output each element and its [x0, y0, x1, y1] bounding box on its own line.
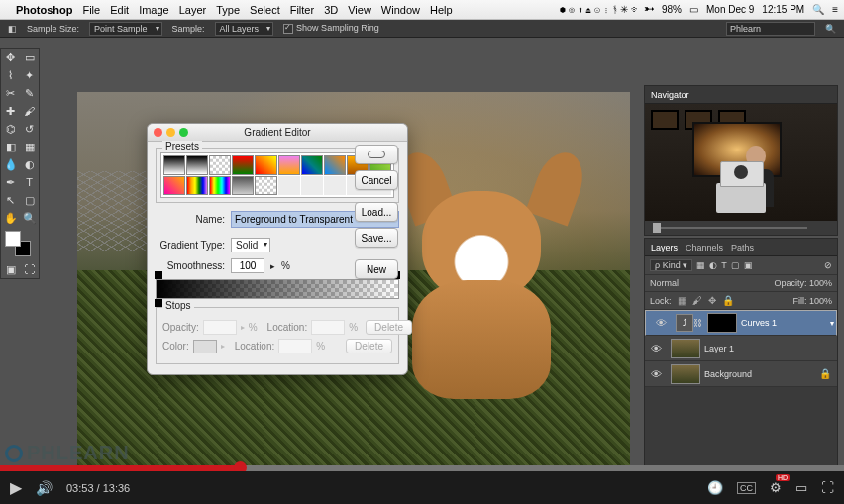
layers-empty-area[interactable]	[645, 387, 837, 476]
visibility-icon[interactable]: 👁	[645, 343, 667, 354]
color-swatches[interactable]	[1, 227, 39, 260]
fullscreen-icon[interactable]: ⛶	[821, 480, 834, 495]
volume-icon[interactable]: 🔊	[36, 480, 53, 496]
layer-thumb[interactable]	[671, 339, 700, 358]
healing-tool[interactable]: ✚	[1, 102, 20, 120]
preset-swatch[interactable]	[163, 155, 185, 175]
layer-filter-kind[interactable]: ρ Kind ▾	[650, 259, 692, 271]
settings-icon[interactable]: ⚙	[770, 480, 782, 495]
shape-tool[interactable]: ▢	[20, 191, 39, 209]
search-icon[interactable]: 🔍	[825, 24, 836, 34]
visibility-icon[interactable]: 👁	[650, 317, 672, 329]
visibility-icon[interactable]: 👁	[645, 368, 667, 380]
quickmask-tool[interactable]: ▣	[1, 260, 20, 278]
dialog-titlebar[interactable]: Gradient Editor	[148, 124, 407, 142]
preset-swatch[interactable]	[255, 176, 276, 196]
workspace-search[interactable]	[726, 22, 815, 36]
layer-background[interactable]: 👁 Background 🔒	[645, 361, 837, 387]
screenmode-tool[interactable]: ⛶	[20, 260, 39, 278]
sample-dropdown[interactable]: All Layers	[215, 22, 274, 36]
layer-mask-thumb[interactable]	[707, 313, 737, 333]
pen-tool[interactable]: ✒	[1, 173, 20, 191]
filter-type-icon[interactable]: T	[721, 260, 727, 270]
tool-preset-icon[interactable]: ◧	[8, 24, 17, 34]
preset-swatch[interactable]	[324, 176, 346, 196]
spotlight-icon[interactable]: 🔍	[812, 4, 824, 15]
layer-curves[interactable]: 👁 ⤴ ⛓ Curves 1	[645, 310, 837, 336]
marquee-tool[interactable]: ▭	[20, 49, 39, 66]
history-brush-tool[interactable]: ↺	[20, 120, 39, 138]
app-name[interactable]: Photoshop	[16, 4, 72, 16]
menu-window[interactable]: Window	[381, 4, 420, 16]
menu-layer[interactable]: Layer	[179, 4, 207, 16]
smoothness-input[interactable]	[231, 258, 264, 273]
sample-size-dropdown[interactable]: Point Sample	[89, 22, 162, 36]
gradient-tool[interactable]: ▦	[20, 138, 39, 155]
eyedropper-tool[interactable]: ✎	[20, 84, 39, 102]
channels-tab[interactable]: Channels	[686, 243, 723, 252]
preset-swatch[interactable]	[209, 176, 231, 196]
preset-swatch[interactable]	[278, 155, 300, 175]
menu-image[interactable]: Image	[139, 4, 169, 16]
cancel-button[interactable]: Cancel	[355, 170, 398, 190]
menubar-status-icons[interactable]: ⬢ ◎ ⬆ ⏏ ⊙ ⋮ ᚬ ✳ ᯤ ➵	[560, 4, 654, 15]
show-sampling-checkbox[interactable]	[283, 24, 293, 34]
crop-tool[interactable]: ✂	[1, 84, 20, 102]
lock-trans-icon[interactable]: ▦	[678, 295, 686, 306]
dodge-tool[interactable]: ◐	[20, 155, 39, 173]
paths-tab[interactable]: Paths	[731, 243, 754, 252]
theater-icon[interactable]: ▭	[795, 480, 807, 495]
move-tool[interactable]: ✥	[1, 49, 20, 66]
navigator-tab[interactable]: Navigator	[651, 90, 689, 100]
menu-icon[interactable]: ≡	[832, 4, 838, 15]
blend-mode-select[interactable]: Normal	[650, 278, 709, 288]
eraser-tool[interactable]: ◧	[1, 138, 20, 155]
menu-3d[interactable]: 3D	[324, 4, 338, 16]
lock-pos-icon[interactable]: ✥	[708, 295, 716, 306]
zoom-tool[interactable]: 🔍	[20, 209, 39, 227]
filter-pixel-icon[interactable]: ▦	[696, 260, 705, 270]
wand-tool[interactable]: ✦	[20, 66, 39, 84]
layer-opacity-input[interactable]: 100%	[809, 278, 832, 288]
watch-later-icon[interactable]: 🕘	[707, 480, 723, 495]
menu-file[interactable]: File	[82, 4, 100, 16]
preset-swatch[interactable]	[186, 155, 208, 175]
preset-swatch[interactable]	[255, 155, 276, 175]
preset-swatch[interactable]	[209, 155, 231, 175]
preset-swatch[interactable]	[232, 176, 254, 196]
save-button[interactable]: Save...	[355, 228, 398, 248]
link-icon[interactable]: ⛓	[693, 318, 703, 328]
filter-adj-icon[interactable]: ◐	[709, 260, 717, 270]
lock-pixels-icon[interactable]: 🖌	[692, 295, 702, 306]
layer-1[interactable]: 👁 Layer 1	[645, 336, 837, 361]
zoom-icon[interactable]	[179, 128, 188, 137]
gradient-bar[interactable]	[156, 279, 399, 299]
menu-select[interactable]: Select	[250, 4, 280, 16]
menu-help[interactable]: Help	[430, 4, 453, 16]
blur-tool[interactable]: 💧	[1, 155, 20, 173]
layer-name[interactable]: Curves 1	[741, 318, 777, 328]
play-button[interactable]: ▶	[10, 478, 22, 497]
stamp-tool[interactable]: ⌬	[1, 120, 20, 138]
filter-shape-icon[interactable]: ▢	[731, 260, 740, 270]
menu-filter[interactable]: Filter	[290, 4, 314, 16]
layer-thumb[interactable]	[671, 364, 700, 384]
preset-swatch[interactable]	[186, 176, 208, 196]
preset-swatch[interactable]	[163, 176, 185, 196]
preset-swatch[interactable]	[301, 176, 323, 196]
preset-swatch[interactable]	[232, 155, 254, 175]
ok-button[interactable]	[355, 145, 398, 164]
layer-name[interactable]: Background	[704, 369, 752, 379]
layers-tab[interactable]: Layers	[651, 243, 678, 252]
preset-swatch[interactable]	[301, 155, 323, 175]
navigator-preview[interactable]	[645, 104, 837, 221]
gradient-stop-left[interactable]	[155, 299, 162, 307]
filter-toggle[interactable]: ⊘	[824, 260, 832, 270]
layer-name[interactable]: Layer 1	[704, 344, 734, 353]
type-tool[interactable]: T	[20, 173, 39, 191]
menu-edit[interactable]: Edit	[110, 4, 129, 16]
new-button[interactable]: New	[355, 259, 398, 279]
menu-view[interactable]: View	[348, 4, 371, 16]
close-icon[interactable]	[154, 128, 162, 137]
lock-all-icon[interactable]: 🔒	[722, 295, 734, 306]
